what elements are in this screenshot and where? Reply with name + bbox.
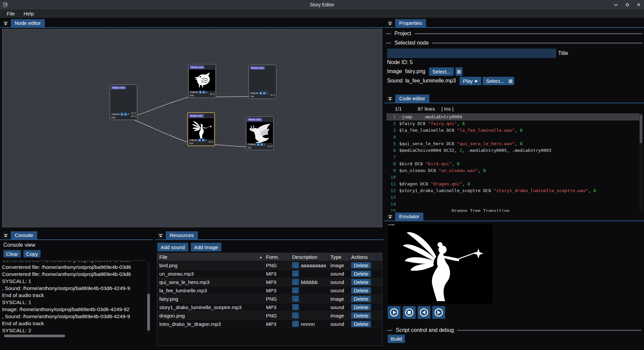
collapse-icon[interactable] xyxy=(387,214,393,220)
code-line[interactable]: 12$story1_drako_luminelle_sceptre DC8 "s… xyxy=(386,187,642,194)
tab-node-editor[interactable]: Node editor xyxy=(11,19,45,27)
increase-outputs-button[interactable]: ▶ xyxy=(263,92,266,95)
code-line[interactable]: 11$dragon DC8 "dragon.qoi", 8 xyxy=(386,180,642,187)
code-line[interactable]: 3$la_fee_luminelle DC8 "la_fee_luminelle… xyxy=(386,127,642,133)
image-select-button[interactable]: Select... xyxy=(429,67,454,76)
tab-code-editor[interactable]: Code editor xyxy=(395,95,429,103)
menu-file[interactable]: File xyxy=(4,10,17,17)
delete-button[interactable]: Delete xyxy=(351,279,371,285)
collapse-icon[interactable] xyxy=(158,233,164,239)
code-line[interactable]: 1→jump····.mediaEntry0004 xyxy=(386,113,642,120)
menu-help[interactable]: Help xyxy=(21,10,37,17)
copy-button[interactable]: Copy xyxy=(23,250,41,257)
column-actions[interactable]: Actions xyxy=(349,253,377,261)
code-line[interactable]: 15 Dragon Tree Transition xyxy=(386,207,642,212)
maximize-icon[interactable] xyxy=(624,1,631,8)
resource-row[interactable]: bird.pngPNG..aaaaaaaaaimageDelete xyxy=(157,261,382,270)
column-file[interactable]: File ▲ xyxy=(157,253,264,261)
image-clear-button[interactable]: ⊠ xyxy=(455,67,463,76)
code-scrollbar[interactable] xyxy=(639,113,643,211)
increase-outputs-button[interactable]: ▶ xyxy=(124,113,127,116)
graph-node-empty[interactable]: Media node Outputs ◀ ▶ 1 Out #1 O xyxy=(249,65,276,99)
delete-button[interactable]: Delete xyxy=(351,296,371,302)
resource-row[interactable]: story1_drako_luminelle_sceptre.mp3MP3..s… xyxy=(157,303,382,311)
console-log[interactable]: Convertered file: /home/anthony/ostproj/… xyxy=(2,261,145,333)
collapse-icon[interactable] xyxy=(3,233,9,239)
add-sound-button[interactable]: Add sound xyxy=(157,243,188,251)
graph-node-bird[interactable]: Media node Outputs ◀ ▶ 1 Out #1 O xyxy=(188,64,216,98)
tab-resources[interactable]: Resources xyxy=(166,231,198,239)
node-output-pin[interactable]: #1 O xyxy=(268,145,272,148)
delete-button[interactable]: Delete xyxy=(351,262,371,269)
sound-play-button[interactable]: Play ▶ xyxy=(460,77,481,85)
node-output-pin[interactable]: #1 O xyxy=(210,93,215,96)
column-description[interactable]: Description xyxy=(290,253,328,261)
code-line[interactable]: 9$un_oiseau DC8 "un_oiseau.wav", 8 xyxy=(386,167,642,174)
sound-clear-button[interactable]: ⊠ xyxy=(507,77,514,85)
edit-description-button[interactable]: .. xyxy=(292,262,299,268)
sound-select-button[interactable]: Select... xyxy=(483,77,507,85)
code-line[interactable]: 2$fairy DC8 "fairy.qoi", 8 xyxy=(386,120,642,127)
increase-outputs-button[interactable]: ▶ xyxy=(202,138,205,141)
decrease-outputs-button[interactable]: ◀ xyxy=(198,138,201,141)
increase-outputs-button[interactable]: ▶ xyxy=(260,143,263,146)
collapse-icon[interactable] xyxy=(3,20,9,26)
code-line[interactable]: 14 xyxy=(386,200,642,207)
decrease-outputs-button[interactable]: ◀ xyxy=(199,91,202,94)
console-hscrollbar-thumb[interactable] xyxy=(4,335,65,337)
delete-button[interactable]: Delete xyxy=(351,271,371,277)
collapse-icon[interactable] xyxy=(387,96,393,102)
code-text-area[interactable]: 1→jump····.mediaEntry00042$fairy DC8 "fa… xyxy=(386,113,642,212)
code-line[interactable]: 4 xyxy=(386,133,642,140)
tab-properties[interactable]: Properties xyxy=(395,19,426,27)
resource-row[interactable]: dragon.pngPNG..imageDelete xyxy=(157,311,382,320)
add-image-button[interactable]: Add image xyxy=(191,243,222,251)
decrease-outputs-button[interactable]: ◀ xyxy=(257,143,260,146)
console-vscrollbar[interactable] xyxy=(147,261,150,333)
tab-emulator[interactable]: Emulator xyxy=(395,213,423,221)
decrease-outputs-button[interactable]: ◀ xyxy=(259,92,262,95)
node-graph-canvas[interactable]: Media node Outputs ◀ ▶ 2 Out #1 O #2 O xyxy=(2,29,382,227)
edit-description-button[interactable]: .. xyxy=(292,321,299,327)
console-hscrollbar[interactable] xyxy=(3,335,144,338)
tab-console[interactable]: Console xyxy=(11,231,37,239)
node-output-pin[interactable]: #1 O xyxy=(131,112,136,115)
graph-node-start[interactable]: Media node Outputs ◀ ▶ 2 Out #1 O #2 O xyxy=(110,84,137,120)
resource-row[interactable]: un_oiseau.mp3MP3..soundDelete xyxy=(157,270,382,278)
resource-row[interactable]: intro_drako_le_dragon.mp3MP3..nnnnnsound… xyxy=(157,320,382,328)
code-scrollbar-thumb[interactable] xyxy=(640,114,642,143)
console-vscrollbar-thumb[interactable] xyxy=(147,294,150,331)
code-line[interactable]: 10 xyxy=(386,174,642,180)
code-line[interactable]: 8$bird DC8 "bird.qoi", 8 xyxy=(386,160,642,167)
edit-description-button[interactable]: .. xyxy=(292,271,299,277)
column-format[interactable]: Form. xyxy=(264,253,290,261)
minimize-icon[interactable] xyxy=(612,1,619,8)
build-button[interactable]: Build xyxy=(388,335,405,343)
resource-row[interactable]: qui_sera_le_hero.mp3MP3..bbbbbbsoundDele… xyxy=(157,278,382,286)
edit-description-button[interactable]: .. xyxy=(292,304,299,310)
code-line[interactable]: 6$mediaChoice0004 DC32, 2, .mediaEntry00… xyxy=(386,147,642,154)
stop-button[interactable] xyxy=(403,306,416,319)
node-output-pin[interactable]: #1 O xyxy=(209,140,213,143)
column-type[interactable]: Type xyxy=(328,253,349,261)
node-output-pin[interactable]: #1 O xyxy=(270,94,275,97)
edit-description-button[interactable]: .. xyxy=(292,296,299,302)
resource-row[interactable]: fairy.pngPNG..imageDelete xyxy=(157,295,382,303)
delete-button[interactable]: Delete xyxy=(351,304,371,310)
edit-description-button[interactable]: .. xyxy=(292,287,299,293)
code-line[interactable]: 13 xyxy=(386,194,642,200)
resource-row[interactable]: la_fee_luminelle.mp3MP3..soundDelete xyxy=(157,286,382,295)
delete-button[interactable]: Delete xyxy=(351,312,371,319)
code-line[interactable]: 5$qui_sera_le_hero DC8 "qui_sera_le_hero… xyxy=(386,140,642,147)
graph-node-fairy[interactable]: Media node Outputs ◀ ▶ 1 Out #1 O xyxy=(187,112,215,146)
delete-button[interactable]: Delete xyxy=(351,287,371,294)
collapse-icon[interactable] xyxy=(387,20,393,26)
close-icon[interactable] xyxy=(635,1,642,8)
graph-node-dragon[interactable]: Media node Outputs ◀ ▶ 1 Out #1 O xyxy=(246,116,274,150)
edit-description-button[interactable]: .. xyxy=(292,312,299,318)
step-back-button[interactable] xyxy=(418,306,430,319)
title-input[interactable] xyxy=(387,49,556,58)
edit-description-button[interactable]: .. xyxy=(292,279,299,285)
decrease-outputs-button[interactable]: ◀ xyxy=(120,113,123,116)
step-forward-button[interactable] xyxy=(432,306,445,319)
